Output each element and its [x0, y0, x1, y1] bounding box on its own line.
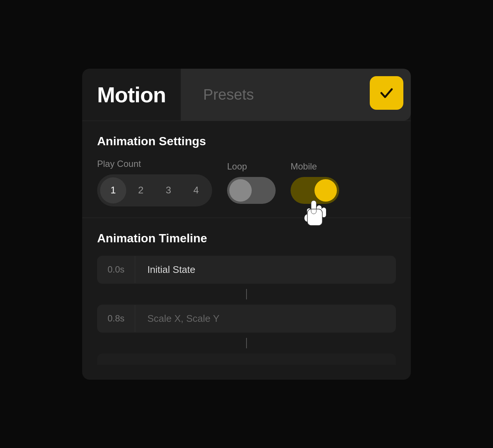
svg-rect-3	[322, 208, 326, 217]
timeline-connector-1	[246, 289, 247, 299]
title-area: Motion	[82, 69, 181, 121]
panel-header: Motion Presets	[82, 69, 411, 121]
play-count-1[interactable]: 1	[100, 177, 126, 203]
loop-toggle[interactable]	[227, 177, 276, 204]
timeline-state-1: Scale X, Scale Y	[135, 305, 396, 333]
play-count-label: Play Count	[97, 159, 212, 169]
mobile-toggle[interactable]	[291, 177, 339, 204]
timeline-state-0: Initial State	[135, 256, 396, 284]
timeline-row[interactable]: 0.0s Initial State	[97, 256, 396, 284]
mobile-toggle-knob	[314, 179, 337, 202]
play-count-3[interactable]: 3	[155, 177, 182, 203]
motion-panel: Motion Presets Animation Settings Play C…	[82, 69, 411, 380]
mobile-label: Mobile	[291, 161, 339, 172]
play-count-control[interactable]: 1 2 3 4	[97, 174, 212, 206]
presets-label: Presets	[203, 86, 254, 103]
mobile-group: Mobile	[291, 161, 339, 204]
animation-settings-section: Animation Settings Play Count 1 2 3 4 Lo…	[82, 121, 411, 218]
loop-toggle-knob	[229, 179, 252, 202]
animation-settings-title: Animation Settings	[97, 134, 396, 148]
play-count-2[interactable]: 2	[128, 177, 154, 203]
svg-rect-2	[317, 205, 322, 217]
timeline-row-partial: 0.0s	[97, 354, 396, 365]
checkmark-icon	[378, 85, 395, 101]
timeline-connector-2	[246, 338, 247, 348]
timeline-time-0: 0.0s	[97, 256, 135, 283]
play-count-4[interactable]: 4	[183, 177, 209, 203]
controls-row: Play Count 1 2 3 4 Loop Mobile	[97, 159, 396, 206]
page-title: Motion	[97, 82, 166, 107]
animation-timeline-section: Animation Timeline 0.0s Initial State 0.…	[82, 218, 411, 372]
timeline-time-1: 0.8s	[97, 305, 135, 332]
svg-rect-4	[307, 208, 311, 218]
timeline-row-2[interactable]: 0.8s Scale X, Scale Y	[97, 305, 396, 333]
animation-timeline-title: Animation Timeline	[97, 231, 396, 245]
loop-label: Loop	[227, 161, 276, 172]
loop-group: Loop	[227, 161, 276, 204]
play-count-group: Play Count 1 2 3 4	[97, 159, 212, 206]
confirm-button[interactable]	[370, 76, 403, 110]
